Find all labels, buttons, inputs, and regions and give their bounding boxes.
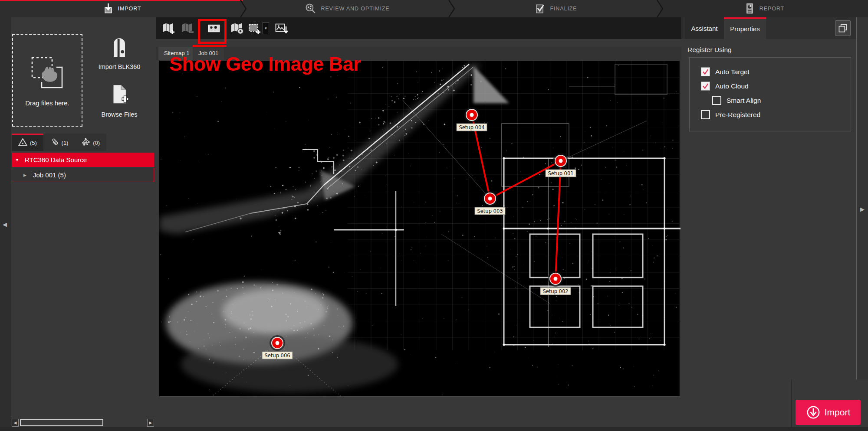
stage-finalize[interactable]: FINALIZE <box>451 0 660 17</box>
stage-chevron-divider <box>240 0 247 17</box>
stage-import-label: IMPORT <box>118 6 141 12</box>
report-document-icon <box>743 3 756 15</box>
blk360-device-icon <box>109 52 129 59</box>
tab-attachments[interactable]: (1) <box>43 134 75 151</box>
drag-files-label: Drag files here. <box>25 99 69 107</box>
cascade-panels-icon <box>838 23 848 33</box>
import-tray-icon <box>102 3 114 15</box>
stage-review-label: REVIEW AND OPTIMIZE <box>321 6 389 12</box>
import-button[interactable]: Import <box>796 400 861 425</box>
setup-marker-setup-002[interactable]: Setup 002 <box>540 271 571 295</box>
stage-finalize-label: FINALIZE <box>550 6 577 12</box>
tab-setups[interactable]: (5) <box>12 134 43 151</box>
panel-layout-toggle-button[interactable] <box>835 20 851 36</box>
tree-item-job-001[interactable]: ▶ Job 001 (5) <box>12 168 154 182</box>
stage-review-and-optimize[interactable]: REVIEW AND OPTIMIZE <box>243 0 451 17</box>
drag-files-icon <box>29 54 66 93</box>
attachments-count: (1) <box>62 140 69 146</box>
attachments-paperclip-icon <box>50 137 59 148</box>
import-blk360-label: Import BLK360 <box>89 63 150 70</box>
sitemap-location-icon[interactable] <box>230 21 244 35</box>
sitemap-canvas[interactable]: Setup 004Setup 001Setup 003Setup 002Setu… <box>159 61 680 397</box>
setup-marker-setup-006[interactable]: Setup 006 <box>262 335 293 359</box>
browse-files-button[interactable]: Browse Files <box>89 83 150 118</box>
scrollbar-thumb[interactable] <box>20 419 103 426</box>
register-option-auto-cloud[interactable]: Auto Cloud <box>701 79 851 93</box>
right-tab-bar: Assistant Properties <box>681 17 868 39</box>
tree-item-label: Job 001 (5) <box>33 171 66 179</box>
properties-panel: Assistant Properties Register Using Auto… <box>681 17 868 427</box>
setup-marker-setup-004[interactable]: Setup 004 <box>457 107 487 131</box>
tab-assistant[interactable]: Assistant <box>685 17 724 39</box>
setup-label: Setup 001 <box>548 170 573 176</box>
setup-label: Setup 003 <box>477 208 503 214</box>
scroll-left-icon[interactable]: ◀ <box>12 419 19 427</box>
browse-files-label: Browse Files <box>89 111 150 118</box>
source-tabs: (5) (1) (0) <box>12 134 106 151</box>
register-option-label: Auto Cloud <box>715 82 749 90</box>
sitemap-toolbar: ▼ <box>156 17 681 39</box>
collapse-left-panel-icon[interactable]: ◀ <box>3 221 7 228</box>
stage-report-label: REPORT <box>760 6 784 12</box>
geo-image-icon[interactable] <box>207 21 221 35</box>
review-magnifier-icon <box>305 3 317 15</box>
setup-link-line <box>556 161 561 279</box>
setup-label: Setup 006 <box>264 353 290 359</box>
stage-chevron-divider <box>657 0 664 17</box>
add-sitemap-icon[interactable] <box>161 21 175 35</box>
stage-report[interactable]: REPORT <box>660 0 868 17</box>
divider <box>791 379 792 427</box>
viewer-tab-bar: Sitemap 1 Job 001 <box>156 47 681 60</box>
bundles-network-icon <box>81 137 90 148</box>
right-collapse-strip: ▶ <box>856 17 868 379</box>
register-option-smart-align[interactable]: Smart Align <box>712 93 851 108</box>
status-footer <box>0 427 868 431</box>
finalize-check-icon <box>534 3 546 15</box>
register-option-label: Pre-Registered <box>715 111 760 119</box>
tab-bundles[interactable]: (0) <box>75 134 106 151</box>
register-option-pre-registered[interactable]: Pre-Registered <box>701 108 851 122</box>
tree-collapsed-icon[interactable]: ▶ <box>23 173 29 177</box>
stage-import[interactable]: IMPORT <box>0 0 243 17</box>
tree-expanded-icon[interactable]: ▼ <box>15 158 20 162</box>
workflow-bar: IMPORT REVIEW AND OPTIMIZE FINALIZE REPO… <box>0 0 868 17</box>
setups-triangle-icon <box>18 138 27 148</box>
remove-sitemap-icon[interactable] <box>181 21 194 35</box>
register-option-label: Smart Align <box>727 97 761 104</box>
checkbox-unchecked-icon[interactable] <box>712 96 721 105</box>
scroll-right-icon[interactable]: ▶ <box>147 419 154 427</box>
register-using-group: Auto TargetAuto CloudSmart AlignPre-Regi… <box>689 57 851 131</box>
left-panel-hscrollbar: ◀ ▶ <box>12 418 154 427</box>
setup-label: Setup 004 <box>459 124 484 131</box>
setups-count: (5) <box>30 140 37 146</box>
stage-chevron-divider <box>448 0 455 17</box>
tree-item-rtc360-data-source[interactable]: ▼ RTC360 Data Source <box>12 153 154 167</box>
data-source-tree: ▼ RTC360 Data Source ▶ Job 001 (5) <box>12 153 154 182</box>
setup-label: Setup 002 <box>542 288 568 294</box>
left-collapse-strip: ◀ <box>0 17 11 427</box>
tree-item-label: RTC360 Data Source <box>25 156 87 163</box>
register-option-auto-target[interactable]: Auto Target <box>701 65 851 79</box>
tab-job-001[interactable]: Job 001 <box>193 47 224 60</box>
sitemap-viewer: ▼ Show Geo Image Bar Sitemap 1 Job 001 <box>156 17 681 427</box>
select-area-dropdown-arrow-icon[interactable]: ▼ <box>263 22 269 34</box>
tab-properties[interactable]: Properties <box>724 17 766 39</box>
bundles-count: (0) <box>93 140 100 146</box>
checkbox-checked-icon[interactable] <box>701 82 710 91</box>
checkbox-unchecked-icon[interactable] <box>701 110 710 119</box>
import-blk360-button[interactable]: Import BLK360 <box>89 36 150 70</box>
register-option-label: Auto Target <box>715 68 750 76</box>
import-button-label: Import <box>825 407 851 418</box>
collapse-right-panel-icon[interactable]: ▶ <box>860 206 865 212</box>
import-action-bar: Import <box>681 379 868 427</box>
register-using-title: Register Using <box>687 46 732 54</box>
select-area-icon[interactable] <box>247 21 261 35</box>
checkbox-checked-icon[interactable] <box>701 67 710 76</box>
setup-marker-setup-003[interactable]: Setup 003 <box>475 191 505 215</box>
setup-marker-setup-001[interactable]: Setup 001 <box>546 153 576 177</box>
export-image-icon[interactable] <box>274 21 288 35</box>
browse-files-icon <box>109 100 129 107</box>
drag-files-dropzone[interactable]: Drag files here. <box>12 34 82 127</box>
tab-sitemap-1[interactable]: Sitemap 1 <box>158 47 195 60</box>
register360-app: IMPORT REVIEW AND OPTIMIZE FINALIZE REPO… <box>0 0 868 431</box>
